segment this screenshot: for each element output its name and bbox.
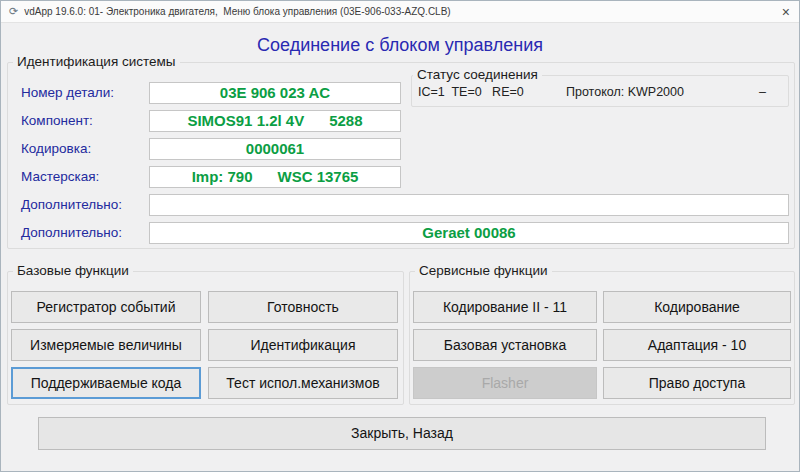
button-actuator-test[interactable]: Тест испол.механизмов [208, 367, 398, 399]
main-content: Соединение с блоком управления Идентифик… [1, 23, 799, 472]
status-flags: IC=1 TE=0 RE=0 [418, 85, 524, 99]
button-adaptation[interactable]: Адаптация - 10 [603, 329, 791, 361]
button-basic-setting[interactable]: Базовая установка [413, 329, 597, 361]
window-title: vdApp 19.6.0: 01- Электроника двигателя,… [24, 6, 450, 17]
page-title: Соединение с блоком управления [1, 35, 799, 56]
field-part-number: 03E 906 023 AC [149, 82, 401, 104]
button-coding-2[interactable]: Кодирование II - 11 [413, 291, 597, 323]
button-identification[interactable]: Идентификация [208, 329, 398, 361]
title-bar: ⟳ vdApp 19.6.0: 01- Электроника двигател… [1, 1, 799, 23]
field-value-component: SIMOS91 1.2l 4V 5288 [150, 111, 400, 131]
field-workshop: Imp: 790 WSC 13765 [149, 166, 401, 188]
field-label-extra-2: Дополнительно: [21, 225, 122, 240]
section-label-status: Статус соединения [413, 67, 542, 82]
status-dash: – [759, 85, 766, 99]
field-coding: 0000061 [149, 138, 401, 160]
section-label-identification: Идентификация системы [13, 54, 180, 69]
button-event-log[interactable]: Регистратор событий [11, 291, 201, 323]
button-measured-values[interactable]: Измеряемые величины [11, 329, 201, 361]
field-label-extra-1: Дополнительно: [21, 197, 122, 212]
button-flasher[interactable]: Flasher [413, 367, 597, 399]
field-label-workshop: Мастерская: [21, 169, 99, 184]
close-icon[interactable]: × [782, 2, 790, 22]
app-icon: ⟳ [9, 6, 18, 17]
button-coding[interactable]: Кодирование [603, 291, 791, 323]
section-label-basic-functions: Базовые функции [13, 263, 133, 278]
field-label-component: Компонент: [21, 113, 93, 128]
app-window: ⟳ vdApp 19.6.0: 01- Электроника двигател… [0, 0, 800, 472]
field-value-coding: 0000061 [150, 139, 400, 159]
section-label-service-functions: Сервисные функции [415, 263, 552, 278]
field-component: SIMOS91 1.2l 4V 5288 [149, 110, 401, 132]
button-access-rights[interactable]: Право доступа [603, 367, 791, 399]
close-back-button[interactable]: Закрыть, Назад [38, 417, 766, 450]
button-supported-codes[interactable]: Поддерживаемые кода [11, 367, 201, 399]
field-extra-1 [149, 194, 789, 216]
field-value-extra-2: Geraet 00086 [150, 223, 788, 243]
button-readiness[interactable]: Готовность [208, 291, 398, 323]
field-extra-2: Geraet 00086 [149, 222, 789, 244]
field-label-part-number: Номер детали: [21, 85, 114, 100]
field-value-part-number: 03E 906 023 AC [150, 83, 400, 103]
status-protocol: Протокол: KWP2000 [566, 85, 684, 99]
field-label-coding: Кодировка: [21, 141, 91, 156]
field-value-workshop: Imp: 790 WSC 13765 [150, 167, 400, 187]
